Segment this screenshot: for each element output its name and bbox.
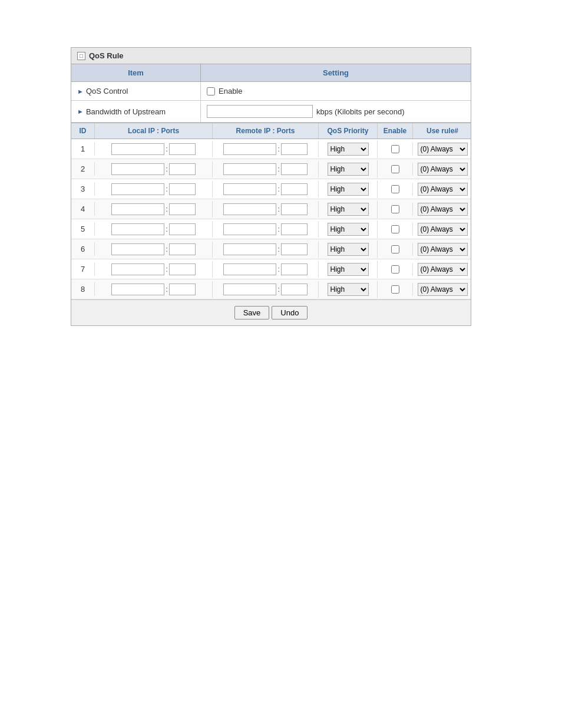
undo-button[interactable]: Undo [272,306,308,319]
remote-ip-input-5[interactable] [223,223,276,235]
priority-select-3[interactable]: HighNormalLowHighest [328,183,369,196]
priority-cell-7: HighNormalLowHighest [319,261,378,278]
rule-select-7[interactable]: (0) Always(1)(2)(3)(4) [418,263,468,276]
qos-enable-checkbox[interactable] [207,87,215,95]
table-body: 1 : : HighNormalLowHighest(0) Always(1)(… [71,139,471,299]
userule-cell-2: (0) Always(1)(2)(3)(4) [413,160,472,178]
priority-cell-5: HighNormalLowHighest [319,220,378,238]
enable-cell-1 [378,143,413,156]
local-ip-input-3[interactable] [111,183,164,195]
priority-select-1[interactable]: HighNormalLowHighest [328,143,369,156]
footer-row: Save Undo [71,299,471,325]
rule-select-8[interactable]: (0) Always(1)(2)(3)(4) [418,283,468,296]
priority-select-5[interactable]: HighNormalLowHighest [328,223,369,236]
local-ip-port-3: : [95,181,213,197]
colon-sep-remote-1: : [277,144,280,153]
local-port-input-7[interactable] [169,263,196,275]
local-port-input-8[interactable] [169,284,196,295]
local-port-input-1[interactable] [169,143,196,155]
local-port-input-2[interactable] [169,163,196,175]
priority-cell-1: HighNormalLowHighest [319,140,378,158]
local-ip-input-2[interactable] [111,163,164,175]
remote-port-input-5[interactable] [281,223,308,235]
remote-port-input-7[interactable] [281,263,308,275]
priority-cell-6: HighNormalLowHighest [319,241,378,258]
column-headers: Item Setting [71,64,471,82]
colon-sep-remote-8: : [277,285,280,294]
table-row: 7 : : HighNormalLowHighest(0) Always(1)(… [71,259,471,279]
qos-control-text: QoS Control [86,87,128,95]
col-header-id: ID [71,123,95,139]
row-id-2: 2 [71,162,95,176]
priority-select-2[interactable]: HighNormalLowHighest [328,163,369,176]
enable-checkbox-6[interactable] [391,245,399,253]
local-ip-input-6[interactable] [111,243,164,255]
remote-ip-input-2[interactable] [223,163,276,175]
table-row: 6 : : HighNormalLowHighest(0) Always(1)(… [71,239,471,259]
header-item: Item [71,64,201,81]
local-ip-port-2: : [95,161,213,177]
remote-ip-input-3[interactable] [223,183,276,195]
rule-select-5[interactable]: (0) Always(1)(2)(3)(4) [418,223,468,236]
bandwidth-text: Bandwidth of Upstream [86,107,166,116]
remote-ip-input-7[interactable] [223,263,276,275]
table-row: 1 : : HighNormalLowHighest(0) Always(1)(… [71,139,471,159]
enable-checkbox-1[interactable] [391,145,399,153]
arrow-icon-bw: ► [77,108,84,115]
local-ip-input-1[interactable] [111,143,164,155]
rule-select-3[interactable]: (0) Always(1)(2)(3)(4) [418,183,468,196]
remote-ip-input-4[interactable] [223,203,276,215]
enable-cell-7 [378,263,413,276]
userule-cell-4: (0) Always(1)(2)(3)(4) [413,200,472,218]
priority-select-8[interactable]: HighNormalLowHighest [328,283,369,296]
table-row: 3 : : HighNormalLowHighest(0) Always(1)(… [71,179,471,199]
local-port-input-6[interactable] [169,243,196,255]
remote-ip-port-2: : [213,161,319,177]
priority-select-6[interactable]: HighNormalLowHighest [328,243,369,256]
enable-checkbox-4[interactable] [391,205,399,213]
enable-checkbox-5[interactable] [391,225,399,233]
save-button[interactable]: Save [234,306,270,319]
colon-sep-remote-7: : [277,265,280,274]
enable-checkbox-7[interactable] [391,265,399,274]
colon-sep-local-5: : [166,225,168,233]
remote-port-input-2[interactable] [281,163,308,175]
bandwidth-input[interactable] [207,105,313,118]
rule-select-1[interactable]: (0) Always(1)(2)(3)(4) [418,143,468,156]
local-port-input-3[interactable] [169,183,196,195]
remote-port-input-1[interactable] [281,143,308,155]
enable-checkbox-3[interactable] [391,185,399,193]
remote-ip-input-6[interactable] [223,243,276,255]
table-header: ID Local IP : Ports Remote IP : Ports Qo… [71,123,471,139]
remote-port-input-6[interactable] [281,243,308,255]
local-ip-input-8[interactable] [111,284,164,295]
bandwidth-unit: kbps (Kilobits per second) [316,107,405,116]
rule-select-2[interactable]: (0) Always(1)(2)(3)(4) [418,163,468,176]
local-ip-input-4[interactable] [111,203,164,215]
remote-port-input-3[interactable] [281,183,308,195]
qos-enable-label: Enable [219,87,242,95]
remote-ip-input-8[interactable] [223,284,276,295]
local-port-input-4[interactable] [169,203,196,215]
enable-checkbox-2[interactable] [391,165,399,173]
local-ip-port-6: : [95,241,213,258]
remote-ip-port-7: : [213,261,319,278]
local-ip-port-4: : [95,201,213,218]
userule-cell-3: (0) Always(1)(2)(3)(4) [413,180,472,198]
local-ip-input-7[interactable] [111,263,164,275]
colon-sep-remote-6: : [277,245,280,253]
remote-ip-port-1: : [213,141,319,157]
enable-cell-4 [378,203,413,216]
remote-port-input-8[interactable] [281,284,308,295]
local-ip-input-5[interactable] [111,223,164,235]
colon-sep-local-6: : [166,245,168,253]
row-id-3: 3 [71,182,95,196]
local-port-input-5[interactable] [169,223,196,235]
remote-port-input-4[interactable] [281,203,308,215]
enable-checkbox-8[interactable] [391,285,399,294]
rule-select-6[interactable]: (0) Always(1)(2)(3)(4) [418,243,468,256]
remote-ip-input-1[interactable] [223,143,276,155]
priority-select-4[interactable]: HighNormalLowHighest [328,203,369,216]
priority-select-7[interactable]: HighNormalLowHighest [328,263,369,276]
rule-select-4[interactable]: (0) Always(1)(2)(3)(4) [418,203,468,216]
